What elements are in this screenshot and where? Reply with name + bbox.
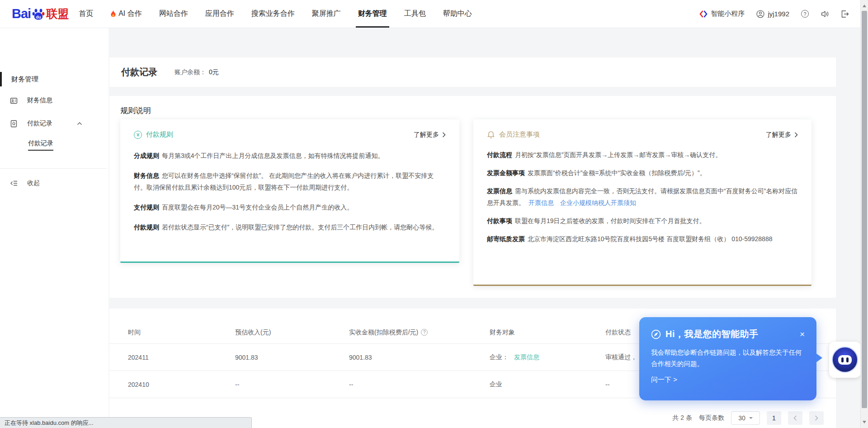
nav-item-finance-management[interactable]: 财务管理: [358, 0, 387, 28]
rule-item: 发票信息需与系统内发票信息内容完全一致，否则无法支付。请根据发票信息页面中“百度…: [487, 185, 798, 209]
prev-page-button[interactable]: [788, 411, 802, 425]
scroll-up-arrow-icon[interactable]: [863, 3, 866, 7]
browser-status-text: 正在等待 xlab.baidu.com 的响应...: [0, 417, 252, 428]
rule-item: 付款流程月初按“发票信息”页面开具发票→上传发票→邮寄发票→审核→确认支付。: [487, 149, 798, 161]
cell-received: 9001.83: [349, 354, 490, 361]
next-page-button[interactable]: [809, 411, 824, 425]
chevron-right-icon: [794, 132, 798, 138]
app-window: Bai du 联盟 首页: [0, 0, 868, 428]
yen-circle-icon: ¥: [134, 131, 142, 139]
cell-finance-target: 企业：: [490, 353, 509, 361]
cell-time: 202410: [128, 381, 235, 388]
learn-more-label: 了解更多: [414, 131, 439, 139]
cell-time: 202411: [128, 354, 235, 361]
user-account-menu[interactable]: jyj1992: [756, 10, 789, 18]
sidebar-title: 财务管理: [0, 72, 108, 86]
help-icon-button[interactable]: ?: [801, 10, 809, 18]
rule-item: 支付规则百度联盟会在每月20号—31号支付企业会员上个自然月产生的收入。: [134, 201, 446, 213]
cell-finance-target: 企业: [490, 380, 605, 389]
cell-estimated: 9001.83: [235, 354, 349, 361]
logout-icon: [841, 10, 849, 18]
sidebar-item-payment-records[interactable]: 付款记录: [0, 117, 108, 130]
smart-miniapp-icon: [699, 10, 708, 18]
total-count-label: 共 2 条: [672, 414, 692, 422]
col-finance-target: 财务对象: [490, 328, 605, 337]
page-number-button[interactable]: 1: [767, 411, 781, 425]
username-label: jyj1992: [768, 10, 789, 18]
small-taxpayer-notice-link[interactable]: 企业小规模纳税人开票须知: [560, 199, 636, 206]
sidebar-divider: [0, 168, 107, 169]
member-notes-card: 会员注意事项 了解更多 付款流程月初按“发票信息”页面开具发票→上传发票→邮寄发…: [473, 119, 811, 286]
id-card-icon: [10, 97, 18, 105]
nav-item-screen-promotion[interactable]: 聚屏推广: [312, 0, 341, 28]
navbar-right: 智能小程序 jyj1992 ?: [699, 10, 849, 18]
caret-down-icon: [749, 417, 753, 421]
pagination: 共 2 条 每页条数 30 1: [672, 411, 824, 425]
collapse-icon: [10, 180, 18, 187]
per-page-select[interactable]: 30: [731, 411, 760, 425]
rule-item: 发票金额事项发票票面“价税合计”金额=系统中“实收金额（扣除税费后/元）”。: [487, 167, 798, 179]
nav-item-app-cooperation[interactable]: 应用合作: [205, 0, 234, 28]
ask-now-link[interactable]: 问一下 >: [651, 376, 677, 384]
learn-more-label: 了解更多: [766, 131, 791, 139]
user-icon: [756, 10, 764, 18]
assistant-avatar-button[interactable]: [829, 342, 861, 378]
rule-item: 付款事项联盟在每月19日之后签收的发票，付款时间安排在下个月首批支付。: [487, 215, 798, 227]
robot-icon: [832, 347, 858, 373]
baidu-paw-icon: du: [32, 7, 45, 21]
close-icon[interactable]: ×: [800, 330, 805, 338]
chevron-up-icon: [77, 122, 82, 125]
rules-panel: 规则说明 ¥ 付款规则 了解更多 分成规则每月第3或4个工作日产出上月分成信息及…: [109, 96, 836, 298]
flame-icon: [110, 10, 116, 18]
card-title: 付款规则: [146, 130, 173, 139]
tooltip-icon[interactable]: ?: [421, 329, 428, 336]
sidebar: 财务管理 财务信息 付款记录: [0, 28, 108, 428]
col-estimated-income: 预估收入(元): [235, 328, 349, 337]
scrollbar-thumb[interactable]: [862, 11, 867, 408]
sidebar-collapse-button[interactable]: 收起: [0, 176, 108, 190]
logo-text-bai: Bai: [12, 6, 31, 21]
top-navbar: Bai du 联盟 首页: [0, 0, 868, 28]
col-received-amount: 实收金额(扣除税费后/元): [349, 328, 418, 337]
rule-item: 邮寄纸质发票北京市海淀区西北旺东路10号院百度科技园5号楼 百度联盟财务组（收）…: [487, 233, 798, 245]
nav-item-search-cooperation[interactable]: 搜索业务合作: [251, 0, 295, 28]
baidu-union-logo[interactable]: Bai du 联盟: [12, 6, 69, 21]
rule-item: 付款规则若付款状态显示“已支付”，说明联盟已安排了您的付款。支付后三个工作日内到…: [134, 221, 446, 233]
logo-text-union: 联盟: [46, 6, 69, 21]
learn-more-link[interactable]: 了解更多: [414, 131, 446, 139]
sidebar-item-finance-info[interactable]: 财务信息: [0, 94, 108, 107]
learn-more-link[interactable]: 了解更多: [766, 131, 798, 139]
sidebar-collapse-label: 收起: [27, 179, 40, 187]
nav-item-website-cooperation[interactable]: 网站合作: [159, 0, 188, 28]
nav-item-ai-cooperation[interactable]: AI 合作: [110, 0, 142, 28]
col-time: 时间: [128, 328, 235, 337]
smart-miniapp-label: 智能小程序: [711, 10, 745, 18]
nav-item-home[interactable]: 首页: [79, 0, 93, 28]
smart-miniapp-link[interactable]: 智能小程序: [699, 10, 745, 18]
assistant-body-text: 我会帮助您诊断合作链路问题，以及解答您关于任何合作相关的问题。: [651, 347, 803, 370]
scroll-down-arrow-icon[interactable]: [863, 421, 866, 425]
nav-item-toolkit[interactable]: 工具包: [404, 0, 426, 28]
sidebar-item-label: 付款记录: [27, 119, 52, 128]
nav-item-help-center[interactable]: 帮助中心: [443, 0, 472, 28]
payment-rules-card: ¥ 付款规则 了解更多 分成规则每月第3或4个工作日产出上月分成信息及发票信息，…: [120, 119, 459, 263]
invoice-info-cell-link[interactable]: 发票信息: [514, 353, 539, 361]
logout-button[interactable]: [841, 10, 849, 18]
bell-icon: [487, 131, 495, 139]
cell-received: --: [349, 381, 490, 388]
page-scrollbar[interactable]: [860, 0, 868, 428]
speaker-icon: [821, 10, 829, 18]
card-title: 会员注意事项: [499, 130, 540, 139]
chevron-right-icon: [442, 132, 446, 138]
sidebar-item-label: 财务信息: [27, 96, 52, 105]
main-nav: 首页 AI 合作 网站合作 应用合作 搜索业务合作 聚屏推广 财务管理 工具包 …: [79, 0, 472, 28]
popup-pointer: [816, 353, 822, 362]
assistant-title: Hi，我是您的智能助手: [665, 328, 759, 340]
page-header-panel: 付款记录 账户余额： 0元: [109, 57, 836, 87]
rule-item: 分成规则每月第3或4个工作日产出上月分成信息及发票信息，如有特殊情况将提前通知。: [134, 150, 446, 162]
announcement-sound-button[interactable]: [821, 10, 829, 18]
account-balance-label: 账户余额：: [175, 68, 206, 76]
svg-text:du: du: [36, 14, 41, 19]
invoice-info-link[interactable]: 开票信息: [528, 199, 554, 206]
sidebar-subitem-payment-records-active[interactable]: 付款记录: [28, 139, 53, 151]
